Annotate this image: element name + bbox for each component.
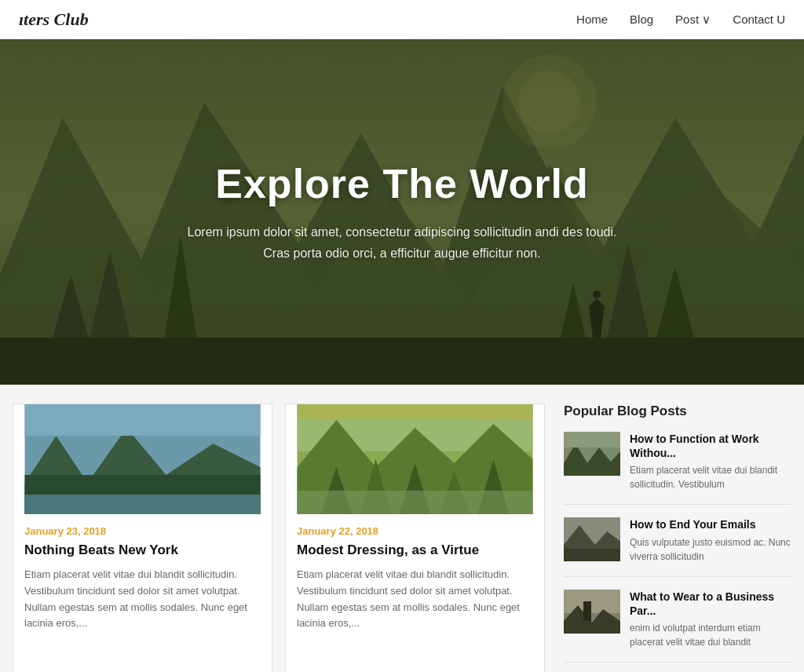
blog-card-1-image (13, 404, 272, 514)
hero-content: Explore The World Lorem ipsum dolor sit … (156, 160, 649, 264)
blog-card-2: January 22, 2018 Modest Dressing, as a V… (285, 404, 545, 672)
nav-links: Home Blog Post ∨ Contact U (576, 13, 785, 27)
popular-post-3-text: What to Wear to a Business Par... enim i… (630, 590, 791, 649)
hero-subtitle: Lorem ipsum dolor sit amet, consectetur … (188, 221, 617, 264)
blog-card-1: January 23, 2018 Nothing Beats New York … (13, 404, 272, 672)
popular-post-1: How to Function at Work Withou... Etiam … (564, 432, 791, 491)
svg-rect-28 (298, 491, 533, 514)
blog-card-2-date: January 22, 2018 (297, 525, 533, 537)
svg-rect-37 (564, 590, 620, 613)
svg-rect-32 (564, 432, 620, 447)
hero-section: Explore The World Lorem ipsum dolor sit … (0, 39, 804, 385)
popular-post-3-title[interactable]: What to Wear to a Business Par... (630, 590, 791, 618)
popular-post-3-image (564, 590, 620, 634)
popular-post-2-image (564, 517, 620, 561)
site-logo: ıters Club (19, 9, 89, 30)
popular-post-1-excerpt: Etiam placerat velit vitae dui blandit s… (630, 463, 791, 491)
svg-rect-19 (25, 404, 261, 436)
svg-rect-29 (298, 404, 533, 420)
blog-card-1-body: January 23, 2018 Nothing Beats New York … (13, 514, 272, 643)
blog-card-1-date: January 23, 2018 (24, 525, 261, 537)
popular-post-1-title[interactable]: How to Function at Work Withou... (630, 432, 791, 460)
nav-blog[interactable]: Blog (630, 13, 653, 26)
sidebar-title: Popular Blog Posts (564, 404, 791, 419)
divider-3 (564, 662, 791, 663)
popular-post-3-excerpt: enim id volutpat interdum etiam placerat… (630, 621, 791, 649)
popular-post-1-image (564, 432, 620, 476)
blog-card-1-excerpt: Etiam placerat velit vitae dui blandit s… (24, 567, 261, 632)
divider-1 (564, 504, 791, 505)
blog-card-1-title[interactable]: Nothing Beats New York (24, 542, 261, 559)
popular-post-2-title[interactable]: How to End Your Emails (630, 517, 791, 531)
divider-2 (564, 576, 791, 577)
blog-posts-grid: January 23, 2018 Nothing Beats New York … (13, 404, 545, 672)
blog-card-2-body: January 22, 2018 Modest Dressing, as a V… (286, 514, 544, 643)
popular-post-2-excerpt: Quis vulputate justo euismod ac. Nunc vi… (630, 535, 791, 564)
blog-card-2-excerpt: Etiam placerat velit vitae dui blandit s… (297, 567, 533, 632)
popular-post-2: How to End Your Emails Quis vulputate ju… (564, 517, 791, 563)
nav-contact[interactable]: Contact U (733, 13, 785, 26)
blog-card-2-image (286, 404, 544, 514)
nav-post[interactable]: Post ∨ (675, 13, 711, 26)
blog-card-2-title[interactable]: Modest Dressing, as a Virtue (297, 542, 533, 559)
sidebar: Popular Blog Posts How to Function at Wo… (564, 404, 791, 672)
popular-post-3: What to Wear to a Business Par... enim i… (564, 590, 791, 649)
hero-title: Explore The World (188, 160, 617, 207)
svg-rect-18 (25, 495, 261, 514)
nav-home[interactable]: Home (576, 13, 608, 26)
navbar: ıters Club Home Blog Post ∨ Contact U (0, 0, 804, 39)
main-content: January 23, 2018 Nothing Beats New York … (0, 385, 804, 672)
svg-rect-35 (564, 549, 620, 561)
popular-post-2-text: How to End Your Emails Quis vulputate ju… (630, 517, 791, 563)
svg-rect-39 (583, 601, 591, 621)
popular-post-1-text: How to Function at Work Withou... Etiam … (630, 432, 791, 491)
